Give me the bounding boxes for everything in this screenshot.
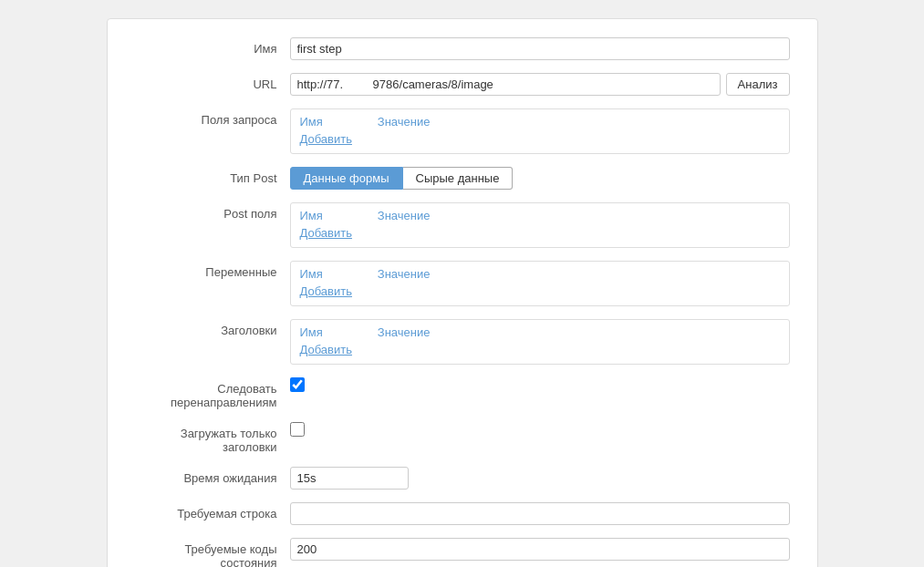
follow-redirects-row: Следовать перенаправлениям	[135, 377, 790, 409]
load-headers-only-label: Загружать только заголовки	[135, 422, 290, 454]
post-fields-box: Имя Значение Добавить	[290, 202, 790, 248]
main-form: Имя URL Анализ Поля запроса Имя Значение…	[107, 18, 818, 567]
load-headers-only-checkbox-row	[290, 422, 790, 437]
timeout-label: Время ожидания	[135, 467, 290, 485]
request-fields-box: Имя Значение Добавить	[290, 108, 790, 154]
post-fields-header: Имя Значение	[300, 209, 780, 222]
url-label: URL	[135, 73, 290, 91]
variables-header: Имя Значение	[300, 267, 780, 281]
name-row: Имя	[135, 37, 790, 60]
load-headers-only-control	[290, 422, 790, 437]
required-codes-input[interactable]	[290, 538, 790, 561]
headers-row: Заголовки Имя Значение Добавить	[135, 319, 790, 365]
follow-redirects-checkbox[interactable]	[290, 377, 305, 392]
post-type-buttons: Данные формы Сырые данные	[290, 167, 790, 190]
request-fields-label: Поля запроса	[135, 108, 290, 127]
headers-control: Имя Значение Добавить	[290, 319, 790, 365]
post-add-link[interactable]: Добавить	[300, 226, 352, 240]
load-headers-only-checkbox[interactable]	[290, 422, 305, 437]
post-fields-row: Post поля Имя Значение Добавить	[135, 202, 790, 248]
headers-name-col: Имя	[300, 325, 323, 339]
required-string-input[interactable]	[290, 502, 790, 525]
post-value-col: Значение	[378, 209, 431, 222]
required-string-row: Требуемая строка	[135, 502, 790, 525]
request-fields-header: Имя Значение	[300, 115, 780, 129]
request-fields-row: Поля запроса Имя Значение Добавить	[135, 108, 790, 154]
request-name-col: Имя	[300, 115, 323, 129]
request-value-col: Значение	[378, 115, 431, 129]
load-headers-only-row: Загружать только заголовки	[135, 422, 790, 454]
variables-label: Переменные	[135, 261, 290, 279]
variables-name-col: Имя	[300, 267, 323, 281]
headers-label: Заголовки	[135, 319, 290, 337]
name-input[interactable]	[290, 37, 790, 60]
required-string-control	[290, 502, 790, 525]
analyze-button[interactable]: Анализ	[726, 73, 790, 96]
url-control: Анализ	[290, 73, 790, 96]
post-fields-label: Post поля	[135, 202, 290, 221]
url-input[interactable]	[290, 73, 721, 96]
headers-box: Имя Значение Добавить	[290, 319, 790, 365]
name-control	[290, 37, 790, 60]
url-row-inner: Анализ	[290, 73, 790, 96]
post-type-row: Тип Post Данные формы Сырые данные	[135, 167, 790, 190]
follow-redirects-control	[290, 377, 790, 392]
required-codes-control	[290, 538, 790, 561]
variables-value-col: Значение	[378, 267, 431, 281]
timeout-input[interactable]	[290, 467, 409, 490]
name-label: Имя	[135, 37, 290, 56]
required-codes-row: Требуемые коды состояния	[135, 538, 790, 567]
variables-control: Имя Значение Добавить	[290, 261, 790, 306]
post-fields-control: Имя Значение Добавить	[290, 202, 790, 248]
post-type-raw-data-button[interactable]: Сырые данные	[403, 167, 514, 190]
headers-value-col: Значение	[378, 325, 431, 339]
variables-add-link[interactable]: Добавить	[300, 284, 352, 298]
request-fields-control: Имя Значение Добавить	[290, 108, 790, 154]
follow-redirects-label: Следовать перенаправлениям	[135, 377, 290, 409]
post-type-label: Тип Post	[135, 167, 290, 185]
variables-row: Переменные Имя Значение Добавить	[135, 261, 790, 306]
url-row: URL Анализ	[135, 73, 790, 96]
timeout-control	[290, 467, 790, 490]
post-name-col: Имя	[300, 209, 323, 222]
headers-header: Имя Значение	[300, 325, 780, 339]
required-codes-label: Требуемые коды состояния	[135, 538, 290, 567]
required-string-label: Требуемая строка	[135, 502, 290, 521]
headers-add-link[interactable]: Добавить	[300, 343, 352, 356]
follow-redirects-checkbox-row	[290, 377, 790, 392]
post-type-form-data-button[interactable]: Данные формы	[290, 167, 403, 190]
variables-box: Имя Значение Добавить	[290, 261, 790, 306]
post-type-control: Данные формы Сырые данные	[290, 167, 790, 190]
timeout-row: Время ожидания	[135, 467, 790, 490]
request-add-link[interactable]: Добавить	[300, 132, 352, 146]
